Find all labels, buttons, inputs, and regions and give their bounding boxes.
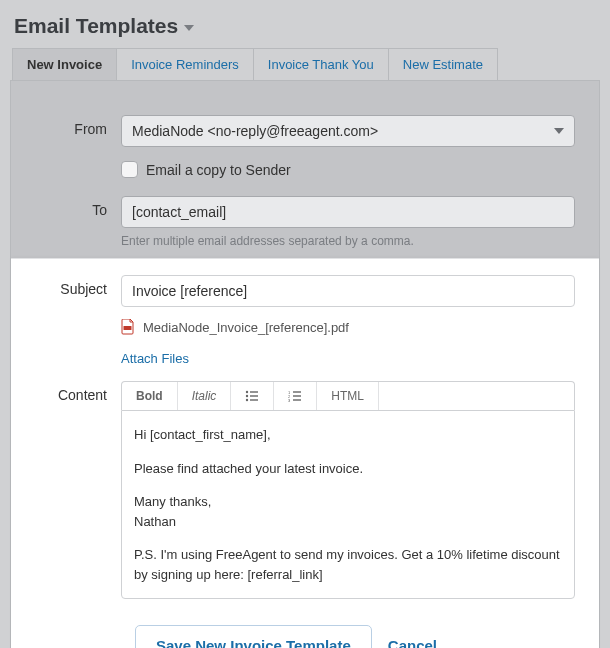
bold-button[interactable]: Bold [122, 382, 178, 410]
tab-new-estimate[interactable]: New Estimate [388, 48, 498, 80]
svg-rect-10 [293, 395, 301, 396]
chevron-down-icon [554, 128, 564, 134]
tab-new-invoice[interactable]: New Invoice [12, 48, 117, 80]
editor-toolbar: Bold Italic 123 HTML [121, 381, 575, 410]
copy-to-sender-label: Email a copy to Sender [146, 162, 291, 178]
to-label: To [35, 196, 121, 218]
content-editor[interactable]: Hi [contact_first_name], Please find att… [121, 410, 575, 599]
from-select[interactable]: MediaNode <no-reply@freeagent.com> [121, 115, 575, 147]
page-title[interactable]: Email Templates [14, 14, 600, 38]
attachment-filename: MediaNode_Invoice_[reference].pdf [143, 320, 349, 335]
html-button[interactable]: HTML [317, 382, 379, 410]
attach-files-link[interactable]: Attach Files [121, 351, 189, 366]
bullet-list-icon [245, 390, 259, 402]
svg-rect-0 [124, 326, 132, 330]
content-p3: Many thanks,Nathan [134, 492, 562, 531]
pdf-icon [121, 319, 135, 335]
content-p1: Hi [contact_first_name], [134, 425, 562, 445]
tabs: New Invoice Invoice Reminders Invoice Th… [12, 48, 600, 80]
svg-text:3: 3 [288, 398, 291, 403]
svg-point-1 [246, 391, 248, 393]
save-button[interactable]: Save New Invoice Template [135, 625, 372, 648]
bullet-list-button[interactable] [231, 382, 274, 410]
to-hint: Enter multiple email addresses separated… [121, 234, 575, 248]
svg-point-5 [246, 399, 248, 401]
from-select-value: MediaNode <no-reply@freeagent.com> [132, 123, 378, 139]
svg-rect-12 [293, 399, 301, 400]
panel: From MediaNode <no-reply@freeagent.com> … [10, 80, 600, 648]
svg-rect-4 [250, 395, 258, 396]
cancel-button[interactable]: Cancel [388, 637, 437, 648]
tab-invoice-thank-you[interactable]: Invoice Thank You [253, 48, 389, 80]
content-p4: P.S. I'm using FreeAgent to send my invo… [134, 545, 562, 584]
svg-rect-2 [250, 391, 258, 392]
numbered-list-icon: 123 [288, 390, 302, 402]
numbered-list-button[interactable]: 123 [274, 382, 317, 410]
svg-rect-8 [293, 391, 301, 392]
subject-label: Subject [35, 275, 121, 297]
caret-down-icon [184, 25, 194, 31]
page-title-text: Email Templates [14, 14, 178, 38]
copy-to-sender-checkbox[interactable] [121, 161, 138, 178]
content-label: Content [35, 381, 121, 403]
italic-button[interactable]: Italic [178, 382, 232, 410]
svg-rect-6 [250, 399, 258, 400]
subject-input[interactable] [121, 275, 575, 307]
tab-invoice-reminders[interactable]: Invoice Reminders [116, 48, 254, 80]
from-label: From [35, 115, 121, 137]
content-p2: Please find attached your latest invoice… [134, 459, 562, 479]
svg-point-3 [246, 395, 248, 397]
to-input[interactable] [121, 196, 575, 228]
